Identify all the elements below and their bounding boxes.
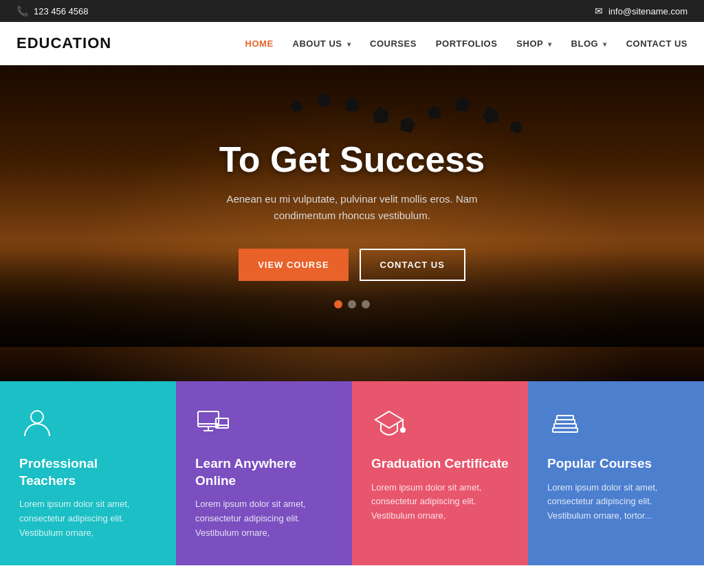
nav-item-about[interactable]: ABOUT US ▾ (293, 37, 351, 49)
cap-icon (288, 98, 304, 113)
online-icon (195, 406, 333, 444)
email-address: info@sitename.com (608, 6, 688, 16)
nav-link-contact[interactable]: CONTACT US (626, 38, 688, 49)
feature-desc-teachers: Lorem ipsum dolor sit amet, consectetur … (19, 497, 157, 540)
hero-title: To Get Success (201, 139, 503, 180)
svg-marker-7 (375, 411, 403, 428)
cap-icon (344, 95, 361, 112)
view-course-button[interactable]: VIEW COURSE (239, 249, 348, 281)
feature-card-online: Learn Anywhere Online Lorem ipsum dolor … (176, 381, 352, 565)
nav-item-contact[interactable]: CONTACT US (626, 37, 688, 49)
nav-item-shop[interactable]: SHOP ▾ (516, 37, 551, 49)
feature-title-teachers: Professional Teachers (19, 455, 157, 489)
top-bar-phone: 📞 123 456 4568 (16, 5, 89, 16)
phone-icon: 📞 (16, 5, 28, 16)
feature-card-courses: Popular Courses Lorem ipsum dolor sit am… (528, 381, 704, 565)
nav-item-blog[interactable]: BLOG ▾ (571, 37, 607, 49)
feature-card-teachers: Professional Teachers Lorem ipsum dolor … (0, 381, 176, 565)
hero-section: To Get Success Aenean eu mi vulputate, p… (0, 65, 704, 381)
slide-dot-1[interactable] (334, 300, 342, 308)
cap-icon (399, 115, 417, 134)
hero-subtitle: Aenean eu mi vulputate, pulvinar velit m… (201, 191, 503, 224)
hero-content: To Get Success Aenean eu mi vulputate, p… (201, 139, 503, 308)
slide-dot-3[interactable] (362, 300, 370, 308)
nav-item-portfolios[interactable]: PORTFOLIOS (436, 37, 498, 49)
nav-link-portfolios[interactable]: PORTFOLIOS (436, 38, 498, 49)
cap-icon (426, 104, 442, 120)
email-icon: ✉ (595, 5, 603, 16)
feature-card-graduation: Graduation Certificate Lorem ipsum dolor… (352, 381, 528, 565)
feature-desc-graduation: Lorem ipsum dolor sit amet, consectetur … (371, 481, 509, 523)
feature-desc-online: Lorem ipsum dolor sit amet, consectetur … (195, 497, 333, 540)
hero-dots (201, 300, 503, 308)
feature-title-graduation: Graduation Certificate (371, 455, 509, 473)
cap-icon (481, 104, 500, 124)
nav-item-courses[interactable]: COURSES (370, 37, 417, 49)
top-bar-email: ✉ info@sitename.com (595, 5, 688, 16)
header: EDUCATION HOME ABOUT US ▾ COURSES PORTFO… (0, 22, 704, 65)
slide-dot-2[interactable] (348, 300, 356, 308)
feature-desc-courses: Lorem ipsum dolor sit amet, consectetur … (547, 481, 685, 523)
svg-rect-13 (557, 416, 573, 420)
svg-point-0 (31, 411, 43, 423)
chevron-down-icon-shop: ▾ (548, 41, 552, 48)
teacher-icon (19, 406, 157, 444)
nav-link-blog[interactable]: BLOG ▾ (571, 38, 607, 49)
svg-point-9 (401, 428, 405, 432)
cap-icon (454, 95, 472, 113)
feature-title-online: Learn Anywhere Online (195, 455, 333, 489)
courses-icon (547, 406, 685, 444)
nav-link-courses[interactable]: COURSES (370, 38, 417, 49)
chevron-down-icon-blog: ▾ (603, 41, 607, 48)
top-bar: 📞 123 456 4568 ✉ info@sitename.com (0, 0, 704, 22)
graduation-icon (371, 406, 509, 444)
phone-number: 123 456 4568 (34, 6, 89, 16)
cap-icon (372, 106, 390, 124)
nav-link-about[interactable]: ABOUT US ▾ (293, 38, 351, 49)
feature-title-courses: Popular Courses (547, 455, 685, 473)
nav-link-shop[interactable]: SHOP ▾ (516, 38, 551, 49)
cap-icon (316, 91, 332, 107)
nav-list: HOME ABOUT US ▾ COURSES PORTFOLIOS SHOP … (245, 37, 688, 49)
contact-us-button[interactable]: CONTACT US (360, 249, 465, 281)
chevron-down-icon: ▾ (347, 41, 351, 48)
cap-icon (508, 118, 524, 134)
site-logo[interactable]: EDUCATION (16, 34, 111, 52)
nav-link-home[interactable]: HOME (245, 38, 274, 49)
nav-item-home[interactable]: HOME (245, 37, 274, 49)
hero-buttons: VIEW COURSE CONTACT US (201, 249, 503, 281)
features-section: Professional Teachers Lorem ipsum dolor … (0, 381, 704, 565)
main-nav: HOME ABOUT US ▾ COURSES PORTFOLIOS SHOP … (245, 37, 688, 49)
